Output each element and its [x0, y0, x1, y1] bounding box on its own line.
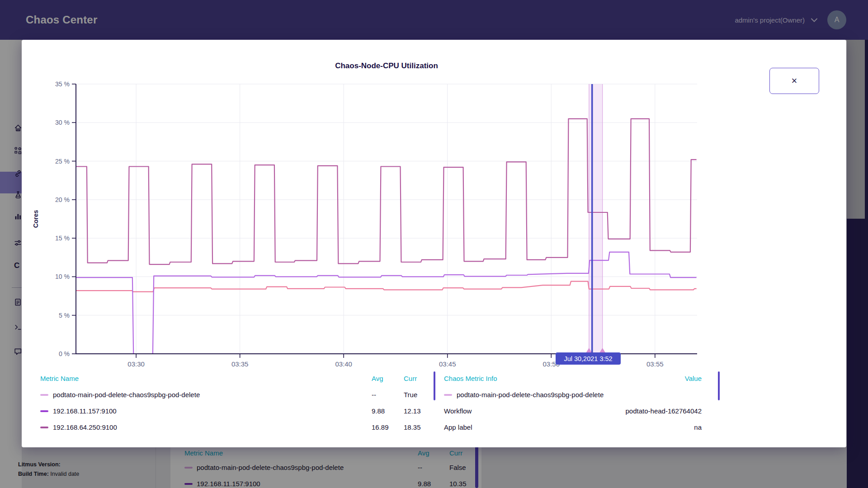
chaos-info-row: Workflowpodtato-head-162764042 — [444, 406, 702, 417]
svg-text:03:40: 03:40 — [335, 360, 352, 368]
series-swatch-icon — [444, 394, 452, 396]
series-avg: -- — [372, 389, 376, 400]
chart-modal: Chaos-Node-CPU Utilization × 0 %5 %10 %1… — [22, 40, 846, 447]
svg-text:25 %: 25 % — [55, 158, 70, 165]
series-swatch-icon — [40, 394, 48, 396]
chaos-info-value: podtato-head-162764042 — [626, 406, 702, 417]
svg-text:35 %: 35 % — [55, 80, 70, 88]
svg-text:03:55: 03:55 — [646, 360, 664, 368]
legend-row: 192.168.11.157:91009.8812.13 — [40, 406, 434, 417]
legend-col-metric-name: Metric Name — [40, 375, 79, 382]
series-avg: 9.88 — [372, 406, 385, 417]
series-curr: 12.13 — [404, 406, 421, 417]
svg-text:Cores: Cores — [32, 210, 39, 228]
svg-text:0 %: 0 % — [59, 350, 70, 357]
chaos-info-header: Chaos Metric Info — [444, 375, 497, 382]
chaos-info-row: podtato-main-pod-delete-chaos9spbg-pod-d… — [444, 389, 702, 400]
legend-col-curr: Curr — [404, 373, 417, 384]
chaos-info-value: na — [694, 422, 702, 433]
series-name: podtato-main-pod-delete-chaos9spbg-pod-d… — [53, 391, 200, 399]
legend-row: 192.168.64.250:910016.8918.35 — [40, 422, 434, 433]
chaos-info-value-header: Value — [685, 373, 702, 384]
series-name: 192.168.64.250:9100 — [53, 423, 117, 431]
series-curr: True — [404, 389, 417, 400]
chart-tooltip: Jul 30,2021 3:52 — [556, 352, 621, 365]
svg-text:03:45: 03:45 — [439, 360, 456, 368]
svg-text:20 %: 20 % — [55, 196, 70, 203]
svg-text:30 %: 30 % — [55, 119, 70, 126]
legend-col-avg: Avg — [372, 373, 383, 384]
svg-text:5 %: 5 % — [59, 312, 70, 319]
svg-text:03:30: 03:30 — [127, 360, 145, 368]
series-swatch-icon — [40, 410, 48, 412]
legend-row: podtato-main-pod-delete-chaos9spbg-pod-d… — [40, 389, 434, 400]
chaos-info-label: App label — [444, 423, 472, 431]
svg-text:10 %: 10 % — [55, 273, 70, 280]
series-curr: 18.35 — [404, 422, 421, 433]
legend-divider-bar — [434, 371, 435, 400]
series-avg: 16.89 — [372, 422, 389, 433]
svg-text:15 %: 15 % — [55, 235, 70, 242]
chaos-info-label: Workflow — [444, 407, 472, 415]
chaos-info-label: podtato-main-pod-delete-chaos9spbg-pod-d… — [457, 391, 604, 399]
series-swatch-icon — [40, 427, 48, 428]
svg-text:03:35: 03:35 — [231, 360, 249, 368]
series-name: 192.168.11.157:9100 — [53, 407, 117, 415]
chaos-info-divider-bar — [718, 371, 720, 400]
chaos-info-row: App labelna — [444, 422, 702, 433]
